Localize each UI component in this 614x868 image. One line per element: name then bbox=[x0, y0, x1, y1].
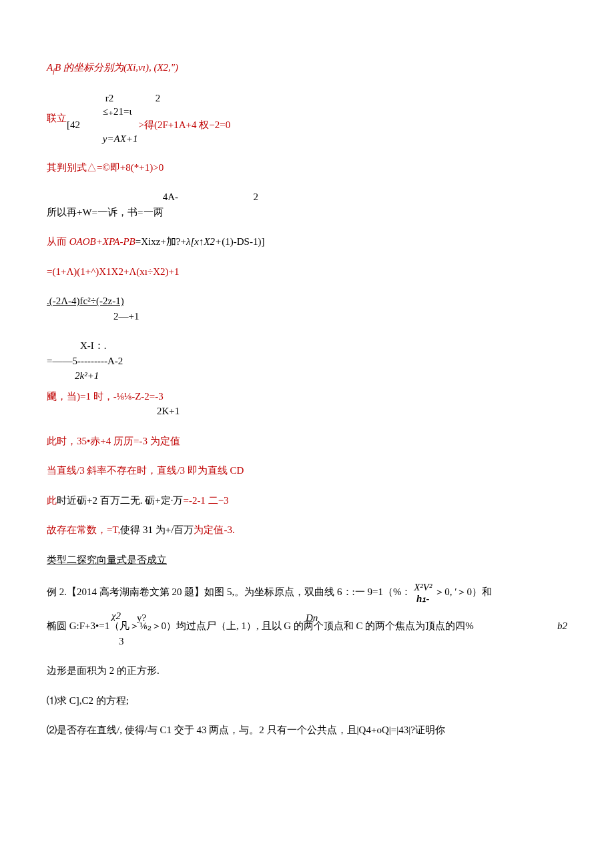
eq-neg3: =-3 bbox=[149, 391, 164, 402]
at-this-time: 此时，35•赤+4 历历=-3 为定值 bbox=[47, 434, 567, 449]
question-2: ⑵是否存在直线/, 使得/与 C1 交于 43 两点，与。2 只有一个公共点，且… bbox=[47, 723, 567, 738]
lianli-label: 联立 bbox=[47, 111, 67, 126]
sum-expr: 4A- 2 所以再+W=一诉，书=一两 bbox=[47, 189, 567, 220]
oaob-ital: OAOB+XPA-PB bbox=[69, 236, 135, 247]
lambda-x: λ[x↑X2+ bbox=[186, 236, 222, 247]
p14-cond: ＞0, ′＞0）和 bbox=[434, 586, 492, 597]
y-eq: y=AX+1 bbox=[103, 133, 138, 144]
when-prefix: 飅，当)=1 时，-⅛⅛-Z-2 bbox=[47, 391, 149, 402]
dash-eq: =——5---------A-2 bbox=[47, 356, 123, 366]
square-area: 边形是面积为 2 的正方形. bbox=[47, 663, 567, 679]
example-2-intro: 例 2.【2014 高考湖南卷文第 20 题】如图 5,。为坐标原点，双曲线 6… bbox=[47, 582, 567, 604]
p10-post: 为定值 bbox=[150, 436, 180, 446]
over-2: 2 bbox=[254, 191, 259, 202]
b2-label: b2 bbox=[557, 618, 567, 634]
frac-bot: 2—+1 bbox=[113, 311, 139, 322]
slope-not-exist: 当直线/3 斜率不存在时，直线/3 即为直线 CD bbox=[47, 463, 567, 478]
dash-expr: X-I：. =——5---------A-2 2k²+1 bbox=[47, 338, 567, 384]
top-r2: r2 bbox=[105, 93, 114, 103]
result-eq: >得(2F+1A+4 权−2=0 bbox=[139, 119, 231, 130]
top-2: 2 bbox=[156, 93, 161, 103]
Dn-label: Dn bbox=[306, 610, 318, 626]
p12-pre: 此 bbox=[47, 495, 57, 506]
p15-main: 椭圆 G:F+3•=1（凡＞⅛₂＞0）均过点尸（上, 1）, 且以 G 的两个顶… bbox=[47, 620, 474, 631]
xixz: =Xixz+加?+ bbox=[135, 236, 186, 247]
system-equations: 联立 r2 2 ≤₊21=ι [42 >得(2F+1A+4 权−2=0 y=AX… bbox=[47, 91, 567, 145]
mid-21: ≤₊21=ι bbox=[103, 106, 132, 117]
2K1-denom: 2K+1 bbox=[157, 406, 180, 416]
paren-x2: (X2,") bbox=[154, 62, 178, 73]
expand-expr: =(1+Λ)(1+^)X1X2+Λ(xı÷X2)+1 bbox=[47, 264, 567, 280]
line-coordinates: AſB 的坐标分别为(Xi,vı), (X2,") bbox=[47, 60, 567, 77]
discriminant: 其判别式△=©即+8(*+1)>0 bbox=[47, 160, 567, 175]
xi-label: X-I：. bbox=[80, 340, 107, 351]
cong-er: 从而 bbox=[47, 236, 69, 247]
oaob-expr: 从而 OAOB+XPA-PB=Xixz+加?+λ[x↑X2+(1)-DS-1)] bbox=[47, 234, 567, 250]
p10-mid: =-3 bbox=[133, 436, 150, 446]
A-ital: A bbox=[47, 62, 53, 73]
question-1: ⑴求 C],C2 的方程; bbox=[47, 693, 567, 709]
fraction-expr: .(-2Λ-4)fc²÷(-2z-1) 2—+1 bbox=[47, 294, 567, 324]
p14-pre: 例 2.【2014 高考湖南卷文第 20 题】如图 5,。为坐标原点，双曲线 6… bbox=[47, 586, 411, 597]
x2v2: X²V² bbox=[414, 582, 432, 593]
p12-mid: 时近砺+2 百万二无. 砺+定·万 bbox=[57, 495, 183, 506]
frac-top: .(-2Λ-4)fc²÷(-2z-1) bbox=[47, 296, 124, 306]
when-1: 飅，当)=1 时，-⅛⅛-Z-2=-3 2K+1 bbox=[47, 389, 567, 419]
ds-tail: (1)-DS-1)] bbox=[222, 236, 264, 247]
ellipse-line: χ2 y? Dn 椭圆 G:F+3•=1（凡＞⅛₂＞0）均过点尸（上, 1）, … bbox=[47, 618, 567, 648]
so-text: 所以再+W=一诉，书=一两 bbox=[47, 207, 164, 218]
p13-pre: 故存在常数，=T, bbox=[47, 524, 120, 535]
section-title-type2: 类型二探究向量式是否成立 bbox=[47, 552, 567, 568]
h1-denom: h₁- bbox=[416, 593, 429, 604]
p13-mid: 使得 31 为+/百万 bbox=[120, 524, 194, 535]
y-q: y? bbox=[137, 610, 146, 626]
p10-pre: 此时，35•赤+4 历历 bbox=[47, 436, 133, 446]
p12-line: 此时近砺+2 百万二无. 砺+定·万=-2-1 二−3 bbox=[47, 493, 567, 508]
mid-text: B 的坐标分别为(Xi,vı), bbox=[55, 62, 154, 73]
p12-red1: =-2-1 二 bbox=[183, 495, 218, 506]
chi2: χ2 bbox=[111, 610, 121, 622]
over-4A: 4A- bbox=[163, 191, 178, 202]
p13-post: 为定值-3. bbox=[194, 524, 234, 535]
exists-constant: 故存在常数，=T,使得 31 为+/百万为定值-3. bbox=[47, 522, 567, 538]
2k2-denom: 2k²+1 bbox=[75, 370, 99, 381]
three-denom: 3 bbox=[119, 636, 124, 646]
p12-red2: −3 bbox=[218, 495, 229, 506]
row-42: 42 bbox=[70, 119, 80, 130]
